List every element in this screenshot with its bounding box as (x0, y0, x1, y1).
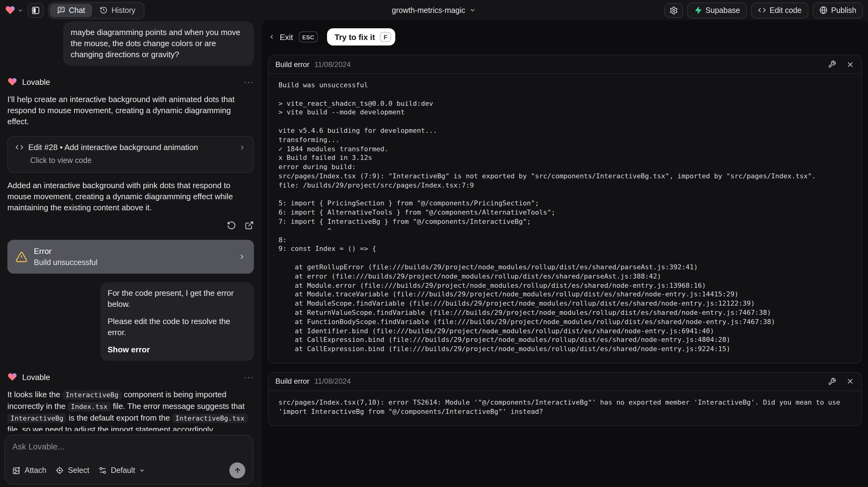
close-icon[interactable] (846, 60, 855, 68)
chevron-right-icon (238, 253, 246, 261)
supabase-icon (694, 6, 702, 14)
arrow-up-icon (233, 466, 241, 475)
preview-header: Exit ESC Try to fix it F (268, 28, 862, 46)
inline-code: InteractiveBg (62, 391, 121, 400)
wrench-icon[interactable] (828, 377, 836, 386)
assistant-paragraph: It looks like the InteractiveBg componen… (7, 389, 254, 431)
assistant-name: Lovable (22, 372, 239, 382)
tab-history[interactable]: History (93, 3, 143, 17)
top-bar: Chat History growth-metrics-magic (0, 0, 868, 20)
image-plus-icon (12, 466, 21, 475)
message-actions (7, 221, 254, 230)
code-icon (16, 143, 23, 151)
view-tabs: Chat History (48, 2, 145, 19)
publish-label: Publish (831, 6, 856, 14)
tab-history-label: History (112, 6, 135, 14)
esc-key-badge: ESC (299, 31, 318, 42)
panel-left-icon (31, 6, 40, 14)
sidebar-toggle-button[interactable] (28, 3, 44, 18)
assistant-header: Lovable ··· (7, 77, 254, 87)
user-message: maybe diagramming points and when you mo… (63, 22, 254, 66)
chat-input[interactable] (12, 442, 245, 454)
build-error-card-2: Build error 11/08/2024 src/pages/Index.t… (268, 372, 862, 426)
select-button[interactable]: Select (56, 466, 89, 475)
text-fragment: It looks like the (7, 390, 62, 399)
chevron-right-icon (239, 144, 246, 151)
target-icon (56, 466, 64, 475)
user-message-text: Please edit the code to resolve the erro… (107, 316, 247, 338)
warning-triangle-icon (16, 250, 28, 263)
model-label: Default (111, 466, 135, 475)
send-button[interactable] (229, 462, 245, 478)
attach-button[interactable]: Attach (12, 466, 46, 475)
error-card-subtitle: Build unsuccessful (34, 258, 232, 267)
card-date: 11/08/2024 (314, 60, 823, 68)
try-to-fix-button[interactable]: Try to fix it F (327, 28, 395, 45)
assistant-header: Lovable ··· (7, 372, 254, 382)
supabase-label: Supabase (705, 6, 740, 14)
app: Chat History growth-metrics-magic (0, 0, 868, 487)
exit-button[interactable]: Exit (268, 32, 293, 41)
code-icon (758, 6, 766, 14)
text-fragment: file, so we need to adjust the import st… (7, 425, 215, 431)
user-message: For the code present, I get the error be… (100, 282, 254, 361)
open-external-icon[interactable] (245, 221, 254, 230)
project-name: growth-metrics-magic (392, 6, 465, 14)
wrench-icon[interactable] (828, 60, 836, 68)
user-message-text: maybe diagramming points and when you mo… (71, 28, 240, 59)
attach-label: Attach (25, 466, 46, 475)
chat-message-list[interactable]: maybe diagramming points and when you mo… (0, 20, 257, 431)
sliders-icon (98, 466, 107, 475)
settings-button[interactable] (664, 3, 683, 18)
card-title: Build error (275, 60, 310, 68)
try-to-fix-label: Try to fix it (334, 32, 375, 41)
chat-panel: maybe diagramming points and when you mo… (0, 20, 257, 487)
select-label: Select (68, 466, 89, 475)
edit-28-title: Edit #28 • Add interactive background an… (28, 143, 234, 152)
tab-chat-label: Chat (69, 6, 85, 14)
model-selector[interactable]: Default (98, 466, 145, 475)
inline-code: InteractiveBg.tsx (172, 414, 247, 423)
text-fragment: file. The error message suggests that (111, 401, 245, 411)
assistant-paragraph: Added an interactive background with pin… (7, 180, 254, 213)
card-title: Build error (275, 377, 310, 386)
globe-icon (819, 6, 828, 14)
text-fragment: is the default export from the (66, 413, 172, 422)
project-selector[interactable]: growth-metrics-magic (392, 6, 476, 14)
chevron-down-icon (17, 7, 23, 13)
inline-code: Index.tsx (68, 402, 111, 412)
build-error-card[interactable]: Error Build unsuccessful (7, 240, 254, 274)
message-menu-button[interactable]: ··· (244, 77, 254, 86)
build-log: Build was unsuccessful > vite_react_shad… (269, 74, 861, 363)
edit-code-button[interactable]: Edit code (751, 2, 808, 18)
lovable-heart-icon (7, 372, 17, 382)
card-date: 11/08/2024 (314, 377, 823, 386)
build-error-card-1: Build error 11/08/2024 Build was unsucce… (268, 55, 862, 363)
error-card-title: Error (34, 247, 232, 256)
lovable-heart-icon (7, 77, 17, 87)
gear-icon (669, 6, 678, 14)
f-key-badge: F (380, 32, 391, 42)
publish-button[interactable]: Publish (813, 2, 863, 18)
chevron-down-icon (139, 467, 145, 474)
close-icon[interactable] (846, 377, 855, 386)
card-header: Build error 11/08/2024 (269, 55, 861, 74)
edit-28-card[interactable]: Edit #28 • Add interactive background an… (7, 136, 254, 173)
lovable-heart-icon (5, 5, 16, 16)
edit-code-label: Edit code (770, 6, 802, 14)
chevron-left-icon (268, 33, 275, 40)
user-message-text: For the code present, I get the error be… (107, 288, 247, 310)
assistant-paragraph: I'll help create an interactive backgrou… (7, 94, 254, 127)
history-icon (100, 6, 108, 14)
inline-code: InteractiveBg (7, 414, 66, 423)
lovable-logo-menu[interactable] (5, 5, 23, 16)
show-error-link[interactable]: Show error (107, 344, 247, 356)
chat-bubble-icon (57, 6, 65, 14)
supabase-button[interactable]: Supabase (687, 2, 747, 18)
tab-chat[interactable]: Chat (50, 3, 93, 17)
exit-label: Exit (280, 32, 293, 41)
refresh-icon[interactable] (227, 221, 236, 230)
preview-panel: Exit ESC Try to fix it F Build error 11/… (262, 20, 868, 487)
message-menu-button[interactable]: ··· (244, 372, 254, 382)
card-header: Build error 11/08/2024 (269, 373, 861, 391)
